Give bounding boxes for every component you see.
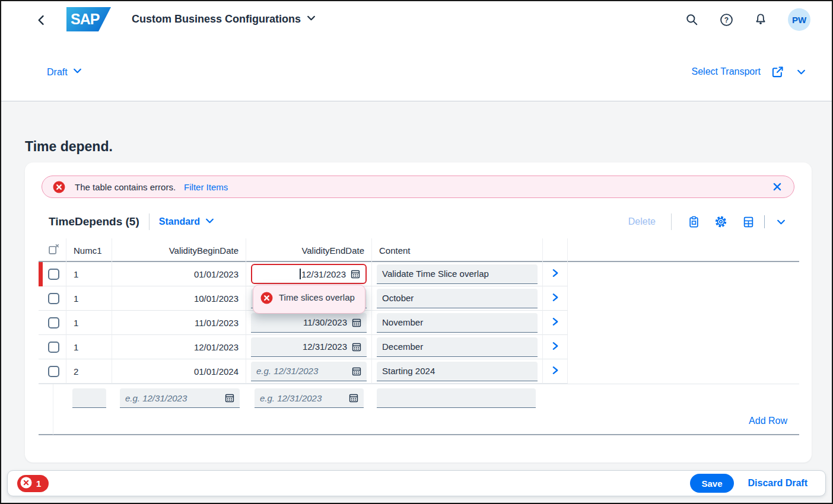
divider xyxy=(149,213,150,230)
divider xyxy=(764,215,765,228)
content-field[interactable] xyxy=(377,362,538,381)
page-content: Time depend. The table contains errors. … xyxy=(1,102,832,503)
row-checkbox[interactable] xyxy=(48,342,59,353)
filter-items-link[interactable]: Filter Items xyxy=(184,182,228,192)
validity-end-field[interactable] xyxy=(251,313,367,333)
column-header-filler xyxy=(568,238,799,262)
draft-status-menu[interactable]: Draft xyxy=(47,66,82,78)
app-title-menu[interactable]: Custom Business Configurations xyxy=(132,13,316,25)
table-row: 1 01/01/2023 12/31/2023 xyxy=(39,262,799,286)
cell-numc1: 1 xyxy=(66,311,112,335)
notifications-bell-icon[interactable] xyxy=(753,12,768,27)
chevron-down-icon[interactable] xyxy=(774,215,787,228)
error-popover: Time slices overlap xyxy=(253,285,365,314)
row-checkbox[interactable] xyxy=(48,317,59,328)
row-navigation-chevron-icon[interactable] xyxy=(551,342,559,353)
row-checkbox[interactable] xyxy=(48,366,59,377)
new-numc1-input[interactable] xyxy=(78,393,101,403)
content-input[interactable] xyxy=(382,293,532,303)
back-icon[interactable] xyxy=(36,14,49,27)
new-validity-end-input[interactable] xyxy=(260,393,344,403)
share-icon[interactable] xyxy=(770,65,784,79)
validity-end-input[interactable] xyxy=(256,342,347,352)
view-selector[interactable]: Standard xyxy=(159,216,214,228)
time-depends-table: Numc1 ValidityBeginDate ValidityEndDate … xyxy=(39,238,799,384)
column-header-validity-begin[interactable]: ValidityBeginDate xyxy=(112,238,246,262)
table-title: TimeDepends (5) xyxy=(49,215,139,228)
calendar-icon[interactable] xyxy=(352,366,361,376)
row-navigation-chevron-icon[interactable] xyxy=(551,269,559,280)
close-icon[interactable] xyxy=(772,182,782,192)
table-row: 1 10/01/2023 xyxy=(39,286,799,311)
row-navigation-chevron-icon[interactable] xyxy=(551,293,559,304)
new-content-field[interactable] xyxy=(377,388,536,408)
content-field[interactable] xyxy=(377,264,538,284)
calendar-icon[interactable] xyxy=(349,393,358,403)
row-navigation-chevron-icon[interactable] xyxy=(551,317,559,328)
content-input[interactable] xyxy=(382,342,532,352)
validity-end-input-error[interactable]: 12/31/2023 xyxy=(251,264,367,284)
content-field[interactable] xyxy=(377,313,538,333)
new-validity-end-field[interactable] xyxy=(255,388,364,408)
error-icon xyxy=(260,292,273,307)
content-field[interactable] xyxy=(377,289,538,308)
row-checkbox[interactable] xyxy=(48,293,59,304)
calendar-icon[interactable] xyxy=(352,342,361,352)
validity-end-field[interactable] xyxy=(251,362,367,381)
chevron-down-icon xyxy=(73,66,82,78)
table-card: The table contains errors. Filter Items … xyxy=(25,162,812,462)
validity-end-input[interactable] xyxy=(256,317,347,327)
new-numc1-field[interactable] xyxy=(72,388,106,408)
page-title: Time depend. xyxy=(25,139,113,155)
add-row-button[interactable]: Add Row xyxy=(749,416,787,426)
search-icon[interactable] xyxy=(685,12,699,27)
column-header-numc1[interactable]: Numc1 xyxy=(66,238,112,262)
calendar-icon[interactable] xyxy=(351,269,360,279)
error-strip-text: The table contains errors. xyxy=(75,182,176,192)
cell-numc1: 1 xyxy=(66,262,112,286)
deselect-all-icon[interactable] xyxy=(48,244,59,257)
sap-logo: SAP xyxy=(66,7,111,31)
chevron-down-icon xyxy=(307,13,316,25)
new-content-input[interactable] xyxy=(382,393,530,403)
app-window: SAP Custom Business Configurations ? PW … xyxy=(0,0,833,504)
column-header-content[interactable]: Content xyxy=(372,238,543,262)
row-error-indicator xyxy=(39,262,43,286)
validity-end-field[interactable] xyxy=(251,337,367,357)
row-navigation-chevron-icon[interactable] xyxy=(551,366,559,377)
calendar-icon[interactable] xyxy=(225,393,234,403)
content-field[interactable] xyxy=(377,337,538,357)
view-selector-label: Standard xyxy=(159,216,200,227)
column-header-validity-end[interactable]: ValidityEndDate xyxy=(246,238,372,262)
validity-end-input[interactable] xyxy=(256,366,347,376)
save-button[interactable]: Save xyxy=(690,474,733,493)
cell-validity-begin: 10/01/2023 xyxy=(112,286,246,311)
divider xyxy=(53,384,53,435)
content-input[interactable] xyxy=(382,269,532,279)
table-row: 1 11/01/2023 xyxy=(39,311,799,335)
cell-validity-begin: 11/01/2023 xyxy=(112,311,246,335)
divider xyxy=(671,213,672,230)
subheader-actions: Select Transport xyxy=(692,65,809,79)
export-icon[interactable] xyxy=(742,215,755,228)
discard-draft-button[interactable]: Discard Draft xyxy=(748,478,807,489)
select-transport-link[interactable]: Select Transport xyxy=(692,66,761,77)
settings-gear-icon[interactable] xyxy=(714,215,727,228)
paste-icon[interactable] xyxy=(687,215,700,228)
validity-end-value: 12/31/2023 xyxy=(301,269,346,279)
error-count-badge[interactable]: 1 xyxy=(17,475,49,492)
footer-bar: 1 Save Discard Draft xyxy=(7,470,826,496)
help-icon[interactable]: ? xyxy=(719,12,733,27)
new-validity-begin-field[interactable] xyxy=(120,388,240,408)
calendar-icon[interactable] xyxy=(352,318,361,327)
shell-actions: ? PW xyxy=(685,8,810,31)
content-input[interactable] xyxy=(382,366,532,376)
avatar[interactable]: PW xyxy=(788,8,810,31)
new-validity-begin-input[interactable] xyxy=(125,393,220,403)
table-toolbar: TimeDepends (5) Standard Delete xyxy=(49,209,787,235)
cell-validity-begin: 12/01/2023 xyxy=(112,335,246,359)
chevron-down-icon[interactable] xyxy=(794,65,808,79)
delete-button[interactable]: Delete xyxy=(628,216,656,227)
content-input[interactable] xyxy=(382,317,532,327)
row-checkbox[interactable] xyxy=(48,269,59,280)
